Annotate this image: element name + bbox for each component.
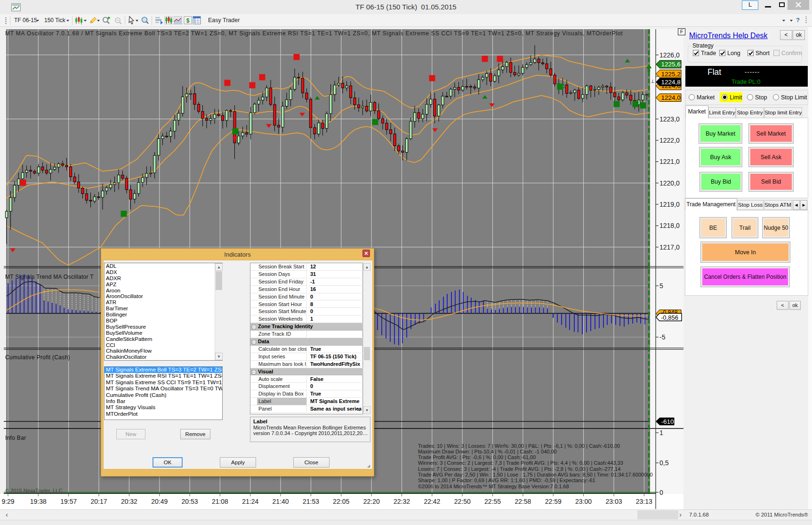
svg-text:Winners: 3 | Consec: 2 | Large: Winners: 3 | Consec: 2 | Largest: 7,3 | … bbox=[418, 460, 623, 466]
svg-text:-610: -610 bbox=[661, 418, 674, 425]
svg-text:1223,0: 1223,0 bbox=[659, 115, 680, 123]
svg-text:19:38: 19:38 bbox=[30, 498, 47, 505]
svg-text:22:20: 22:20 bbox=[363, 498, 380, 505]
svg-text:Info Bar: Info Bar bbox=[5, 435, 26, 441]
svg-text:Trade AVG Per day: 2,50 | Win: Trade AVG Per day: 2,50 | Win : 1,50 | L… bbox=[418, 472, 653, 477]
svg-text:Maximum Draw Down: | Pts-10,4: Maximum Draw Down: | Pts-10,4 | % -0,01 … bbox=[418, 449, 557, 454]
svg-text:1222,0: 1222,0 bbox=[659, 137, 680, 144]
svg-text:⊥: ⊥ bbox=[651, 79, 655, 84]
svg-text:$: $ bbox=[186, 17, 190, 24]
svg-text:21:24: 21:24 bbox=[242, 498, 258, 505]
svg-text:22:32: 22:32 bbox=[394, 498, 410, 505]
svg-text:MT Signals Trend MA Oscillator: MT Signals Trend MA Oscillator T bbox=[5, 274, 94, 280]
svg-text:1224,8: 1224,8 bbox=[661, 79, 681, 86]
svg-text:23:00: 23:00 bbox=[575, 498, 592, 505]
svg-text:0: 0 bbox=[659, 489, 663, 496]
svg-text:1226,0: 1226,0 bbox=[659, 51, 680, 59]
svg-text:1217,0: 1217,0 bbox=[659, 243, 680, 251]
svg-text:© 2015 NinjaTrader, LLC: © 2015 NinjaTrader, LLC bbox=[5, 488, 62, 493]
svg-text:1: 1 bbox=[659, 429, 663, 436]
svg-text:20:17: 20:17 bbox=[90, 498, 107, 505]
svg-text:5: 5 bbox=[659, 282, 663, 290]
svg-text:-5: -5 bbox=[659, 333, 666, 341]
svg-text:22:42: 22:42 bbox=[424, 498, 440, 505]
svg-text:21:53: 21:53 bbox=[303, 498, 319, 505]
svg-text:22:59: 22:59 bbox=[545, 498, 562, 505]
svg-text:23:13: 23:13 bbox=[636, 498, 652, 505]
svg-text:1224,0: 1224,0 bbox=[661, 94, 681, 101]
svg-text:Trade Profit AVG: | Pts: -0,6: Trade Profit AVG: | Pts: -0,6 | %: 0,00 … bbox=[418, 454, 536, 460]
svg-text:Sharpe: 1,00 | P Factor: 0,69: Sharpe: 1,00 | P Factor: 0,69 | AVG RR: … bbox=[418, 477, 595, 483]
svg-text:22:55: 22:55 bbox=[484, 498, 501, 505]
svg-text:21:08: 21:08 bbox=[212, 498, 228, 505]
svg-text:9:29: 9:29 bbox=[1, 498, 14, 505]
svg-text:20:32: 20:32 bbox=[121, 498, 137, 505]
svg-text:22:50: 22:50 bbox=[454, 498, 471, 505]
svg-text:1219,0: 1219,0 bbox=[659, 201, 680, 208]
svg-text:-0,856: -0,856 bbox=[661, 314, 678, 321]
svg-text:22:05: 22:05 bbox=[333, 498, 349, 505]
svg-text:1225,2: 1225,2 bbox=[661, 71, 681, 78]
svg-text:20:53: 20:53 bbox=[182, 498, 198, 505]
svg-text:Trades: 10 | Wins: 3 | Losses:: Trades: 10 | Wins: 3 | Losses: 7 | Win%:… bbox=[418, 443, 620, 449]
svg-text:23:03: 23:03 bbox=[605, 498, 622, 505]
svg-text:Losers: 7 | Consec: 3 | Larges: Losers: 7 | Consec: 3 | Largest: -4 | Tr… bbox=[418, 466, 620, 472]
svg-text:©2006 to 2014 MicroTrends™ MT: ©2006 to 2014 MicroTrends™ MT Strategy B… bbox=[418, 484, 569, 489]
svg-text:1221,0: 1221,0 bbox=[659, 158, 680, 165]
svg-text:Cumulative Profit (Cash): Cumulative Profit (Cash) bbox=[5, 354, 70, 361]
svg-text:1225,6: 1225,6 bbox=[661, 61, 681, 68]
svg-text:1218,0: 1218,0 bbox=[659, 222, 680, 229]
svg-text:MT MA Oscillator 7.0.1.68 / MT: MT MA Oscillator 7.0.1.68 / MT Signals E… bbox=[5, 30, 623, 37]
svg-text:1220,0: 1220,0 bbox=[659, 179, 680, 187]
svg-text:0,5: 0,5 bbox=[659, 459, 669, 467]
svg-text:19:57: 19:57 bbox=[60, 498, 77, 505]
svg-text:20:49: 20:49 bbox=[151, 498, 168, 505]
svg-text:22:58: 22:58 bbox=[515, 498, 531, 505]
svg-text:21:40: 21:40 bbox=[273, 498, 289, 505]
